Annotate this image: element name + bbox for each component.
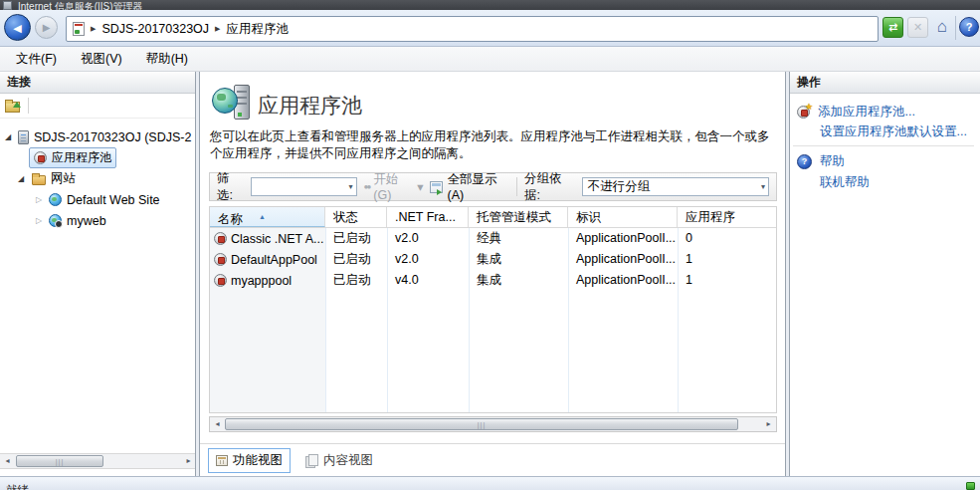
scroll-left-icon[interactable]: ◂ [1,455,14,467]
scrollbar-thumb[interactable]: ||| [225,418,738,430]
column-header-pipeline-mode[interactable]: 托管管道模式 [469,207,568,227]
action-help[interactable]: ? 帮助 [797,153,845,170]
address-bar[interactable]: ▶ SDJS-20170323OJ ▶ 应用程序池 [66,16,879,42]
action-link-label[interactable]: 联机帮助 [820,174,870,191]
tab-features-view[interactable]: 功能视图 [208,448,291,473]
cell-status: 已启动 [325,228,387,249]
show-all-label: 全部显示(A) [447,171,509,202]
home-button[interactable]: ⌂ [931,17,953,38]
action-link-label[interactable]: 帮助 [820,153,845,170]
save-connection-icon[interactable] [5,102,20,113]
chevron-down-icon[interactable]: ▾ [346,182,356,191]
cell-pipeline: 集成 [469,270,568,291]
forward-button[interactable]: ▶ [35,16,58,39]
cell-net: v2.0 [387,249,469,270]
new-star-icon: ★ [805,102,813,112]
connections-horizontal-scrollbar[interactable]: ◂ ||| ▸ [0,453,196,469]
filter-input[interactable] [252,179,346,194]
action-add-app-pool[interactable]: ★ 添加应用程序池... [797,104,915,121]
features-view-icon [216,455,228,466]
connections-toolbar [0,94,195,119]
expander-open-icon[interactable]: ◢ [5,132,15,141]
table-row[interactable]: myapppool 已启动 v4.0 集成 ApplicationPoolI..… [210,270,776,291]
cell-name: DefaultAppPool [231,250,317,270]
action-link-label[interactable]: 设置应用程序池默认设置... [820,123,967,140]
address-row: ◀ ▶ ▶ SDJS-20170323OJ ▶ 应用程序池 ⇄ ✕ ⌂ ? [0,10,980,47]
stop-icon: ✕ [913,21,922,33]
menu-help[interactable]: 帮助(H) [134,47,200,72]
app-pool-icon [214,232,227,245]
action-online-help[interactable]: 联机帮助 [820,174,870,191]
tree-item-server[interactable]: ◢ SDJS-20170323OJ (SDJS-2 [0,126,196,147]
content-view-icon [305,454,316,466]
window-title: Internet 信息服务(IIS)管理器 [18,0,143,10]
cell-apps: 1 [678,270,776,291]
expander-closed-icon[interactable]: ▷ [36,216,46,225]
app-pool-icon [214,253,227,266]
go-button[interactable]: ●● 开始(G) ▾ [364,171,424,202]
iis-manager-window: Internet 信息服务(IIS)管理器 ◀ ▶ ▶ SDJS-2017032… [0,0,980,490]
stop-button[interactable]: ✕ [907,17,928,38]
show-all-button[interactable]: 全部显示(A) [430,171,509,202]
menu-bar: 文件(F) 视图(V) 帮助(H) [0,47,980,72]
tab-label: 内容视图 [323,452,373,469]
menu-file[interactable]: 文件(F) [4,47,69,72]
scroll-right-icon[interactable]: ▸ [762,418,775,430]
column-header-status[interactable]: 状态 [325,207,387,227]
connections-tree: ◢ SDJS-20170323OJ (SDJS-2 应用程序池 ◢ 网站 ▷ D… [0,126,196,231]
toolbar-separator [516,177,517,196]
actions-panel: 操作 ★ 添加应用程序池... 设置应用程序池默认设置... ? 帮助 联机帮助 [789,72,980,476]
binoculars-icon: ●● [364,182,370,191]
breadcrumb-arrow-icon: ▶ [91,25,96,33]
website-icon [49,193,62,206]
table-row[interactable]: Classic .NET A... 已启动 v2.0 经典 Applicatio… [210,228,776,249]
action-set-defaults[interactable]: 设置应用程序池默认设置... [820,123,967,140]
column-header-net-framework[interactable]: .NET Fra... [387,207,469,227]
back-button[interactable]: ◀ [4,14,31,41]
breadcrumb-current[interactable]: 应用程序池 [226,21,289,38]
tree-item-label: 应用程序池 [52,149,111,166]
tree-item-default-web-site[interactable]: ▷ Default Web Site [0,189,196,210]
column-header-identity[interactable]: 标识 [568,207,678,227]
scrollbar-thumb[interactable]: ||| [16,455,103,467]
table-row[interactable]: DefaultAppPool 已启动 v2.0 集成 ApplicationPo… [210,249,776,270]
connections-panel: 连接 ◢ SDJS-20170323OJ (SDJS-2 应用程序池 ◢ 网站 [0,72,196,476]
add-app-pool-icon: ★ [797,106,810,119]
cell-pipeline: 集成 [469,249,568,270]
group-by-dropdown[interactable]: 不进行分组 ▾ [582,177,769,196]
column-header-name[interactable]: 名称▲ [210,207,325,227]
cell-identity: ApplicationPoolI... [568,270,678,291]
scroll-left-icon[interactable]: ◂ [211,418,224,430]
globe-icon [212,88,238,114]
refresh-button[interactable]: ⇄ [882,17,903,38]
cell-net: v2.0 [387,228,469,249]
help-button[interactable]: ? [959,17,979,37]
expander-closed-icon[interactable]: ▷ [36,195,46,204]
status-bar: 就绪 [0,476,980,490]
menu-view[interactable]: 视图(V) [69,47,134,72]
view-tabs: 功能视图 内容视图 [200,443,786,476]
list-header-row: 名称▲ 状态 .NET Fra... 托管管道模式 标识 应用程序 [210,207,776,228]
tree-item-label: myweb [67,214,106,228]
breadcrumb-server[interactable]: SDJS-20170323OJ [101,22,209,36]
action-link-label[interactable]: 添加应用程序池... [818,104,915,121]
app-pool-icon [214,274,227,287]
filter-combobox[interactable]: ▾ [251,177,357,196]
selected-tree-item[interactable]: 应用程序池 [29,147,116,168]
tab-content-view[interactable]: 内容视图 [298,449,380,472]
cell-name: Classic .NET A... [231,229,324,249]
cell-status: 已启动 [325,270,387,291]
cell-status: 已启动 [325,249,387,270]
list-horizontal-scrollbar[interactable]: ◂ ||| ▸ [209,416,777,432]
tree-item-label: Default Web Site [67,193,160,207]
expander-open-icon[interactable]: ◢ [18,174,28,183]
scroll-right-icon[interactable]: ▸ [182,455,195,467]
sort-ascending-icon: ▲ [259,213,266,220]
tree-item-app-pools[interactable]: 应用程序池 [0,147,196,168]
app-pool-icon [34,151,47,164]
column-header-applications[interactable]: 应用程序 [678,207,776,227]
tree-item-sites[interactable]: ◢ 网站 [0,168,196,189]
chevron-down-icon[interactable]: ▾ [758,182,768,191]
cell-identity: ApplicationPoolI... [568,228,678,249]
tree-item-myweb[interactable]: ▷ myweb [0,210,196,231]
